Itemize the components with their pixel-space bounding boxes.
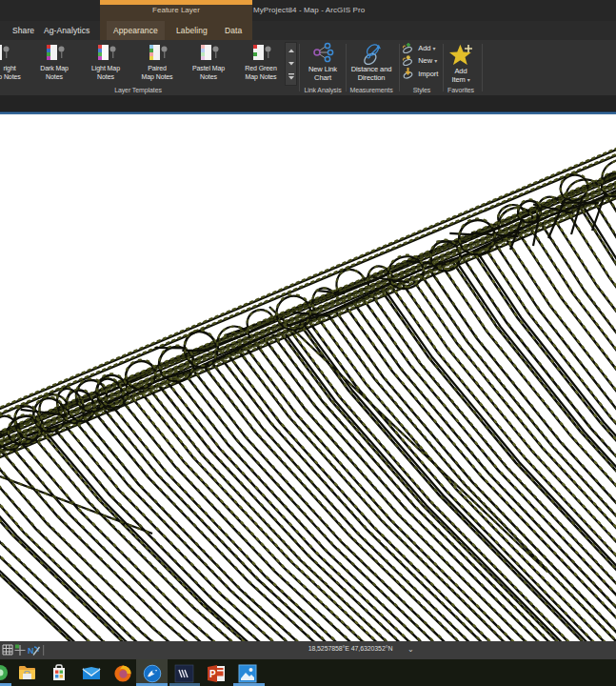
- svg-text:N: N: [28, 646, 34, 656]
- svg-text:P: P: [209, 669, 216, 679]
